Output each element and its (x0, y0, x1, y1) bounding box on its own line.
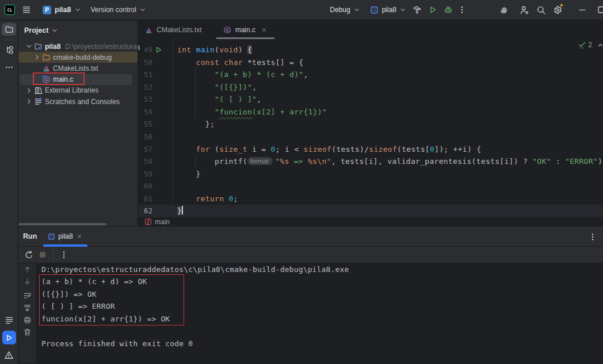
toolwindow-run-button[interactable] (2, 331, 16, 344)
code-with-me-button[interactable] (520, 3, 529, 17)
ai-assistant-button[interactable] (499, 3, 509, 17)
app-window-icon (48, 233, 55, 240)
cfile-icon (41, 75, 51, 84)
tree-row-scratches-and-consoles[interactable]: Scratches and Consoles (18, 96, 138, 107)
tree-row-main-c[interactable]: main.c (18, 74, 138, 85)
code-text: for (size_t i = 0; i < sizeof(tests)/siz… (177, 143, 481, 156)
text-caret (182, 206, 183, 214)
chevron-right-icon[interactable] (24, 97, 33, 106)
debug-mode-selector[interactable]: Debug (330, 6, 360, 14)
run-configuration-selector[interactable]: pila8 (370, 6, 407, 14)
tab-cmakelists[interactable]: CMakeLists.txt (138, 21, 209, 39)
console-line: D:\proyectos\estructuraddedatos\c\pila8\… (41, 263, 603, 275)
code-editor[interactable]: 2 49int main(void) {50 const char *tests… (138, 39, 603, 217)
clion-logo[interactable]: CL (5, 5, 15, 15)
window-maximize-button[interactable] (597, 3, 603, 17)
code-token: "( [ ) ]" (215, 95, 257, 104)
run-tab-pila8[interactable]: pila8 (43, 227, 87, 247)
search-icon (536, 5, 546, 15)
run-line-marker-icon[interactable] (155, 46, 162, 53)
project-panel-header[interactable]: Project (18, 21, 138, 40)
run-tab-close-button[interactable] (76, 233, 83, 240)
code-token: : (551, 157, 565, 166)
chevron-down-icon (51, 26, 59, 35)
code-token: i = (247, 145, 271, 154)
tree-row-cmake-build-debug[interactable]: cmake-build-debug (18, 52, 138, 63)
tree-row-external-libraries[interactable]: External Libraries (18, 85, 138, 96)
tab-mainc[interactable]: main.c (216, 21, 274, 39)
kebab-icon (588, 232, 597, 242)
project-panel-hscrollbar[interactable] (18, 223, 106, 225)
project-widget[interactable]: P pila8 (43, 6, 82, 14)
editor-line-50[interactable]: 50 const char *tests[] = { (138, 56, 603, 69)
more-actions-button[interactable] (457, 3, 467, 17)
code-token: ( (210, 145, 219, 154)
editor-line-60[interactable]: 60 (138, 180, 603, 193)
vcs-label: Version control (91, 6, 136, 14)
build-button[interactable] (413, 3, 422, 17)
run-button[interactable] (428, 3, 437, 17)
code-token: int (177, 45, 196, 54)
code-token: "([{}])" (215, 83, 252, 91)
tree-row-cmakelists-txt[interactable]: CMakeLists.txt (18, 63, 138, 74)
vcs-widget[interactable]: Version control (91, 6, 147, 14)
chevron-down-icon[interactable] (24, 42, 33, 51)
editor-line-54[interactable]: 54 "funcion(x[2] + arr{1})" (138, 106, 603, 118)
tree-item-label: pila8 (45, 43, 60, 51)
console-up-button[interactable] (22, 265, 32, 274)
editor-line-53[interactable]: 53 "( [ ) ]", (138, 93, 603, 106)
code-token: for (196, 145, 210, 154)
console-down-button[interactable] (22, 277, 32, 286)
main-menu-button[interactable] (21, 3, 32, 17)
toolwindow-problems-button[interactable] (2, 348, 16, 361)
text-lines-icon (5, 316, 14, 325)
function-icon: f (145, 219, 151, 225)
editor-line-52[interactable]: 52 "([{}])", (138, 81, 603, 94)
toolwindow-project-button[interactable] (2, 23, 16, 36)
console-scroll-end-button[interactable] (22, 303, 32, 312)
toolwindow-more-button[interactable] (2, 61, 16, 74)
run-play-icon (428, 5, 437, 14)
run-panel-header: Run pila8 (18, 227, 603, 247)
debug-label: Debug (330, 6, 350, 14)
window-minimize-button[interactable] (578, 3, 587, 17)
editor-line-58[interactable]: 58 printf(format:"%s => %s\n", tests[i],… (138, 155, 603, 168)
editor-line-49[interactable]: 49int main(void) { (138, 44, 603, 56)
editor-line-61[interactable]: 61 return 0; (138, 193, 603, 205)
inlay-hint: format: (247, 157, 273, 165)
search-everywhere-button[interactable] (536, 3, 546, 17)
run-toolbar-more-button[interactable] (57, 248, 71, 262)
editor-line-51[interactable]: 51 "(a + b) * (c + d)", (138, 68, 603, 81)
code-token: (tests)/ (331, 145, 369, 154)
editor-line-59[interactable]: 59 } (138, 168, 603, 181)
editor-line-56[interactable]: 56 (138, 131, 603, 143)
code-token: ) (238, 45, 247, 54)
project-tree: pila8D:\proyectos\estructuraddecmake-bui… (18, 41, 138, 107)
settings-button[interactable] (553, 3, 563, 17)
tab-close-button[interactable] (261, 26, 268, 33)
code-token: " (327, 157, 331, 166)
stop-button[interactable] (36, 248, 49, 262)
editor-line-62[interactable]: 62} (138, 205, 603, 217)
rerun-button[interactable] (22, 248, 36, 262)
editor-line-55[interactable]: 55 }; (138, 118, 603, 131)
debug-button[interactable] (444, 3, 453, 17)
editor-line-57[interactable]: 57 for (size_t i = 0; i < sizeof(tests)/… (138, 143, 603, 156)
breadcrumb-item[interactable]: main (155, 218, 170, 226)
code-token: 0 (430, 145, 434, 154)
run-toolwindow: Run pila8 D:\pr (18, 227, 603, 364)
console-print-button[interactable] (22, 315, 32, 324)
toolwindow-messages-button[interactable] (2, 314, 16, 327)
run-panel-options-button[interactable] (588, 232, 597, 242)
console-clear-button[interactable] (22, 327, 32, 336)
libs-icon (33, 86, 43, 95)
code-token: "(a + b) * (c + d)" (215, 70, 303, 79)
tree-row-pila8[interactable]: pila8D:\proyectos\estructuradde (18, 41, 138, 52)
console-softwrap-button[interactable] (22, 291, 32, 300)
chevron-right-icon[interactable] (32, 53, 41, 62)
toolwindow-structure-button[interactable] (2, 44, 16, 56)
console-output[interactable]: D:\proyectos\estructuraddedatos\c\pila8\… (36, 263, 603, 363)
chevron-right-icon[interactable] (24, 86, 33, 95)
code-token: size_t (219, 145, 247, 154)
breadcrumbs: f main (138, 217, 603, 226)
